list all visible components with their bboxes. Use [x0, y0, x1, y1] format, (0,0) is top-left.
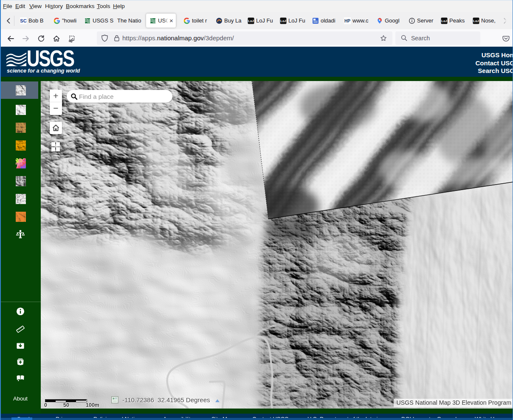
svg-text:LoJ: LoJ [441, 19, 447, 23]
svg-text:LoJ: LoJ [280, 19, 286, 23]
svg-text:LoJ: LoJ [473, 19, 479, 23]
svg-text:SC: SC [20, 18, 26, 23]
svg-text:HP: HP [344, 19, 350, 23]
svg-text:LoJ: LoJ [248, 19, 254, 23]
